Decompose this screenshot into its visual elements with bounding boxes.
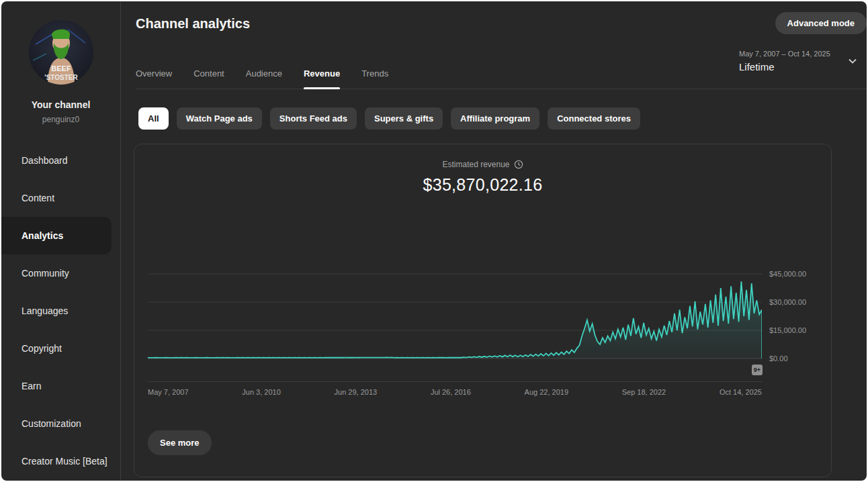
y-tick-label: $0.00 [769,354,788,363]
tab-trends[interactable]: Trends [361,68,388,89]
chip-connected-stores[interactable]: Connected stores [548,107,640,130]
sidebar-item-creator-music-beta[interactable]: Creator Music [Beta] [1,442,112,480]
filter-chips: AllWatch Page adsShorts Feed adsSupers &… [138,107,832,130]
main-content: Channel analytics Advanced mode Overview… [121,1,867,481]
channel-name: Your channel [1,99,120,110]
channel-avatar[interactable]: BEEF 'STOSTER [29,20,93,85]
revenue-chart[interactable]: 9+ May 7, 2007Jun 3, 2010Jun 29, 2013Jul… [148,267,762,360]
x-tick-label: Jun 3, 2010 [242,388,281,396]
channel-handle: penguinz0 [1,115,120,124]
annotations-badge[interactable]: 9+ [752,365,763,375]
revenue-chart-card: Estimated revenue $35,870,022.16 9+ May … [134,144,832,477]
tab-overview[interactable]: Overview [136,68,172,89]
avatar-caption-line2: 'STOSTER [44,74,78,81]
y-tick-label: $30,000.00 [769,298,806,306]
advanced-mode-button[interactable]: Advanced mode [775,12,867,34]
x-tick-label: Sep 18, 2022 [622,388,666,396]
date-range-label: May 7, 2007 – Oct 14, 2025 [739,50,830,58]
analytics-header: Channel analytics Advanced mode Overview… [136,1,867,89]
sidebar-item-community[interactable]: Community [1,254,112,292]
revenue-area-chart [148,267,762,360]
youtube-studio-app: BEEF 'STOSTER Your channel penguinz0 Das… [1,1,867,481]
sidebar-item-copyright[interactable]: Copyright [1,330,112,367]
metric-header: Estimated revenue $35,870,022.16 [134,158,831,195]
avatar-caption-line1: BEEF [51,64,71,73]
sidebar-item-languages[interactable]: Languages [1,292,112,330]
metric-value: $35,870,022.16 [134,175,831,195]
y-axis-labels: $45,000.00$30,000.00$15,000.00$0.00 [762,267,831,360]
tab-revenue[interactable]: Revenue [304,68,340,89]
y-tick-label: $15,000.00 [769,326,806,334]
sidebar-item-dashboard[interactable]: Dashboard [1,142,112,179]
sidebar: BEEF 'STOSTER Your channel penguinz0 Das… [1,1,121,481]
tab-audience[interactable]: Audience [246,68,282,89]
chart-row: 9+ May 7, 2007Jun 3, 2010Jun 29, 2013Jul… [134,267,831,360]
chip-affiliate-program[interactable]: Affiliate program [451,107,539,130]
clock-icon [514,160,523,169]
tab-content[interactable]: Content [193,68,224,89]
analytics-tabs: OverviewContentAudienceRevenueTrends [136,68,410,89]
sidebar-item-content[interactable]: Content [1,179,112,217]
chip-watch-page-ads[interactable]: Watch Page ads [177,107,262,130]
x-tick-label: Jul 26, 2016 [431,388,471,396]
period-label: Lifetime [739,61,830,73]
x-axis-line [148,381,762,382]
sidebar-item-customization[interactable]: Customization [1,405,112,442]
y-tick-label: $45,000.00 [769,270,806,278]
date-range-picker[interactable]: May 7, 2007 – Oct 14, 2025 Lifetime [739,50,867,73]
x-tick-label: Oct 14, 2025 [720,388,762,396]
chevron-down-icon [848,56,857,66]
x-axis-labels: May 7, 2007Jun 3, 2010Jun 29, 2013Jul 26… [148,388,762,396]
sidebar-nav: DashboardContentAnalyticsCommunityLangua… [1,142,120,480]
chip-all[interactable]: All [138,107,169,130]
date-range-text: May 7, 2007 – Oct 14, 2025 Lifetime [739,50,830,73]
sidebar-item-earn[interactable]: Earn [1,367,112,405]
metric-label: Estimated revenue [442,160,509,169]
sidebar-item-analytics[interactable]: Analytics [1,217,112,254]
page-title: Channel analytics [136,16,250,32]
avatar-image: BEEF 'STOSTER [29,20,93,85]
chip-supers-gifts[interactable]: Supers & gifts [365,107,443,130]
x-tick-label: May 7, 2007 [148,388,189,396]
see-more-button[interactable]: See more [148,430,212,455]
x-tick-label: Aug 22, 2019 [525,388,568,396]
x-tick-label: Jun 29, 2013 [335,388,378,396]
chip-shorts-feed-ads[interactable]: Shorts Feed ads [270,107,357,130]
revenue-area-fill [148,281,762,358]
